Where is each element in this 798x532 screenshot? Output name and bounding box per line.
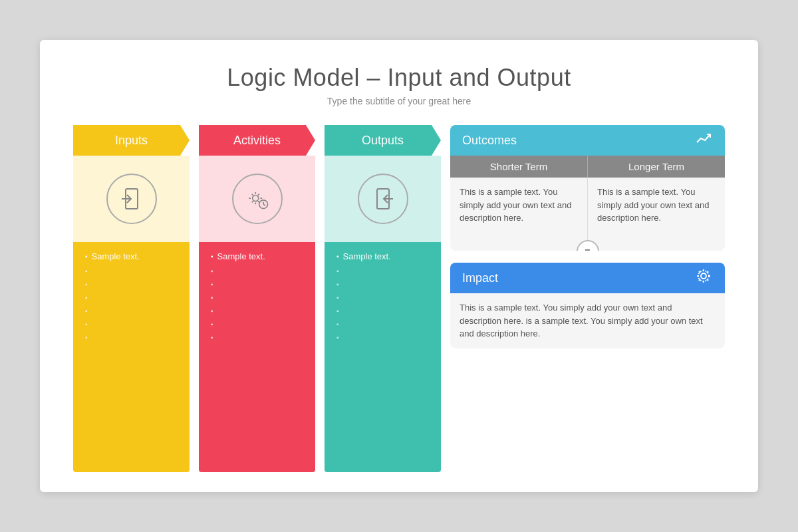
outcomes-section: Outcomes Shorter Term Longer Term This i… <box>450 125 725 251</box>
list-item <box>336 306 432 315</box>
column-activities: Activities Sample text <box>199 125 315 472</box>
activities-icon-box <box>199 156 315 242</box>
activities-list: Sample text. <box>199 242 315 472</box>
svg-point-2 <box>252 196 258 201</box>
list-item <box>85 319 180 328</box>
column-outputs: Outputs Sample text. <box>325 125 441 472</box>
activities-icon <box>232 174 283 224</box>
list-item <box>336 319 432 328</box>
list-item <box>211 332 306 341</box>
list-item <box>336 279 432 288</box>
slide-header: Logic Model – Input and Output Type the … <box>73 64 725 106</box>
list-item <box>85 279 180 288</box>
list-item <box>336 266 432 275</box>
activities-header: Activities <box>199 125 315 156</box>
svg-point-8 <box>701 273 706 279</box>
list-item <box>85 306 180 315</box>
slide: Logic Model – Input and Output Type the … <box>40 40 758 492</box>
outcomes-body: This is a sample text. You simply add yo… <box>450 178 725 251</box>
outcomes-title: Outcomes <box>462 134 517 148</box>
list-item <box>336 293 432 301</box>
column-inputs: Inputs Sample text. <box>73 125 190 472</box>
shorter-term-content: This is a sample text. You simply add yo… <box>450 178 588 251</box>
impact-title: Impact <box>462 271 498 285</box>
longer-term-content: This is a sample text. You simply add yo… <box>588 178 725 251</box>
chart-icon <box>694 129 713 152</box>
inputs-icon <box>106 174 157 224</box>
impact-section: Impact This is a sample text. You simply… <box>450 263 725 348</box>
list-item <box>211 293 306 301</box>
list-item <box>211 306 306 315</box>
list-item: Sample text. <box>85 251 180 261</box>
list-item <box>336 332 432 341</box>
outputs-header: Outputs <box>325 125 441 156</box>
svg-line-5 <box>263 204 265 205</box>
outcomes-header: Outcomes <box>450 125 725 156</box>
list-item <box>211 319 306 328</box>
list-item <box>211 279 306 288</box>
inputs-list: Sample text. <box>73 242 190 472</box>
list-item <box>85 266 180 275</box>
outputs-list: Sample text. <box>325 242 441 472</box>
list-item <box>85 293 180 301</box>
slide-subtitle: Type the subtitle of your great here <box>73 96 725 106</box>
outputs-icon-box <box>325 156 441 242</box>
outcomes-subheaders: Shorter Term Longer Term <box>450 156 725 178</box>
list-item: Sample text. <box>211 251 306 261</box>
gear-icon <box>694 267 713 289</box>
content-area: Inputs Sample text. <box>73 125 725 472</box>
list-item: Sample text. <box>336 251 432 261</box>
inputs-header: Inputs <box>73 125 190 156</box>
right-panel: Outcomes Shorter Term Longer Term This i… <box>450 125 725 472</box>
impact-header: Impact <box>450 263 725 293</box>
longer-term-header: Longer Term <box>588 156 725 178</box>
inputs-icon-box <box>73 156 190 242</box>
list-item <box>85 332 180 341</box>
slide-title: Logic Model – Input and Output <box>73 64 725 92</box>
shorter-term-header: Shorter Term <box>450 156 588 178</box>
impact-content: This is a sample text. You simply add yo… <box>450 293 725 348</box>
outputs-icon <box>358 174 408 224</box>
list-item <box>211 266 306 275</box>
